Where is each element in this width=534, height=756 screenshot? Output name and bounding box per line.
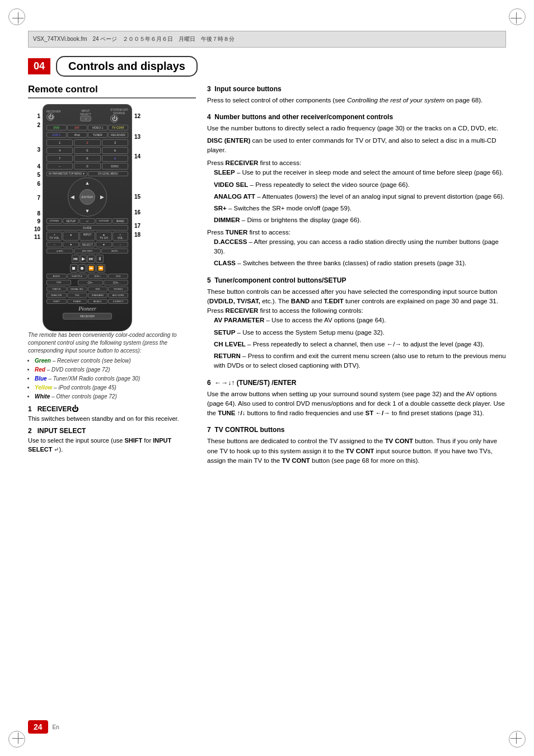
srv-info-btn[interactable]: SRV INFO bbox=[74, 248, 101, 253]
receiver-btn[interactable]: RECEIVER bbox=[108, 132, 128, 138]
sdirect-btn[interactable]: S.DIRECT bbox=[108, 299, 128, 304]
tvvol-up-btn[interactable]: +TV VOL bbox=[46, 232, 62, 241]
source-power-btn[interactable]: ⏻ bbox=[110, 115, 118, 123]
num6-btn[interactable]: 6 bbox=[102, 147, 128, 154]
section7-title: 7 TV CONTROL buttons bbox=[207, 425, 506, 435]
tv-select-btn[interactable]: SELECT bbox=[79, 242, 95, 247]
tv-dn-btn[interactable]: ▼ bbox=[63, 242, 78, 247]
sat-btn[interactable]: SAT bbox=[67, 125, 87, 130]
subtitle-btn[interactable]: SUBTITLE bbox=[67, 274, 87, 279]
label-5: 5 bbox=[28, 170, 41, 179]
setup-btn[interactable]: SETUP bbox=[63, 218, 78, 224]
rec2-btn[interactable]: ⏺ bbox=[78, 264, 86, 273]
avparam-btn[interactable]: AV PARAMETER TOP MENU ▼ bbox=[46, 171, 87, 176]
signal-sel-btn[interactable]: SIGNAL SEL bbox=[67, 287, 87, 292]
rec-btn[interactable]: ● REC bbox=[46, 248, 73, 253]
audio-btn[interactable]: AUDIO bbox=[46, 274, 67, 279]
num-disc-btn[interactable]: DISC bbox=[102, 163, 128, 170]
num5-btn[interactable]: 5 bbox=[74, 147, 100, 154]
outchbs-btn[interactable]: OUT/CBS bbox=[96, 218, 111, 224]
color-yellow-text: – iPod controls (page 45) bbox=[54, 384, 116, 391]
num4-btn[interactable]: 4 bbox=[46, 147, 73, 154]
return-btn[interactable]: ↩ bbox=[79, 218, 95, 224]
stop-btn[interactable]: ⏹ bbox=[70, 264, 78, 273]
num8-btn[interactable]: 8 bbox=[74, 155, 100, 162]
vol-up-btn[interactable]: +VOL bbox=[113, 232, 128, 241]
read-dir-btn[interactable]: READ DIR bbox=[46, 293, 67, 298]
rlabel-spacer-d bbox=[133, 200, 147, 208]
nav-left-btn[interactable]: ◀ bbox=[71, 194, 74, 200]
tuner-btn[interactable]: TUNER bbox=[88, 132, 108, 138]
tvch-dn-btn[interactable]: ▼ bbox=[96, 242, 111, 247]
label-3: 3 bbox=[28, 145, 41, 153]
dvd-btn2[interactable]: DVD bbox=[108, 274, 128, 279]
stereo-btn[interactable]: STEREO bbox=[108, 287, 128, 292]
color-blue-label: Blue bbox=[35, 375, 47, 382]
color-item-green: Green – Receiver controls (see below) bbox=[35, 357, 196, 365]
prev-btn[interactable]: ⏮ bbox=[72, 255, 79, 263]
fwd-btn[interactable]: ⏩ bbox=[87, 264, 96, 273]
label-spacer-a bbox=[28, 129, 41, 145]
nav-up-btn[interactable]: ▲ bbox=[85, 180, 90, 186]
ch-minus-btn[interactable]: CH– bbox=[78, 280, 102, 285]
tvvol-dn-btn[interactable]: – bbox=[46, 242, 62, 247]
nav-right-btn[interactable]: ▶ bbox=[100, 194, 104, 200]
rev-btn[interactable]: ⏪ bbox=[96, 264, 105, 273]
input-select-btn[interactable]: ⤶ bbox=[80, 116, 91, 121]
receiver-power-btn[interactable]: ⏻ bbox=[46, 113, 54, 121]
num2-btn[interactable]: 2 bbox=[74, 139, 100, 146]
num-minus-btn[interactable]: – bbox=[46, 163, 73, 170]
read-dir-row: READ DIR THX STANDARD ADV SURR bbox=[46, 293, 128, 298]
mute-btn[interactable]: MUTE bbox=[101, 248, 128, 253]
video1-btn[interactable]: VIDEO 1 bbox=[88, 125, 108, 130]
section-5: 5 Tuner/component control buttons/SETUP … bbox=[207, 275, 506, 371]
num3-btn[interactable]: 3 bbox=[102, 139, 128, 146]
num9-btn[interactable]: 9 bbox=[102, 155, 128, 162]
guide-btn[interactable]: GUIDE bbox=[46, 225, 128, 231]
tv-up-btn[interactable]: ▲ bbox=[63, 232, 78, 241]
section-3: 3 Input source buttons Press to select c… bbox=[207, 84, 506, 105]
remote-diagram: 1 2 3 4 5 6 7 8 9 10 11 bbox=[28, 104, 196, 331]
phase-btn[interactable]: PHASE bbox=[67, 299, 87, 304]
tv-control-row2: – ▼ SELECT ▼ – bbox=[46, 242, 128, 247]
band-btn[interactable]: BAND bbox=[113, 218, 128, 224]
disc2-btn[interactable]: DISC+ bbox=[88, 274, 108, 279]
osd-btn[interactable]: OSD bbox=[46, 280, 71, 285]
play-btn[interactable]: ▶ bbox=[80, 255, 87, 263]
audio-row: AUDIO SUBTITLE DISC+ DVD bbox=[46, 274, 128, 279]
mcacc-btn[interactable]: MCACC bbox=[88, 299, 108, 304]
dvbs-btn[interactable]: DVB S bbox=[46, 132, 67, 138]
srs-btn[interactable]: SRS bbox=[88, 287, 108, 292]
section3-title: 3 Input source buttons bbox=[207, 84, 506, 94]
section4-title: 4 Number buttons and other receiver/comp… bbox=[207, 112, 506, 122]
status-btn[interactable]: STATUS bbox=[46, 287, 67, 292]
thx-btn[interactable]: THX bbox=[67, 293, 87, 298]
transport-row2: ⏹ ⏺ ⏩ ⏪ bbox=[46, 264, 128, 273]
ch-plus-btn[interactable]: CH+ bbox=[104, 280, 128, 285]
enter-btn[interactable]: ENTER bbox=[79, 189, 95, 205]
dvd-btn[interactable]: DVD bbox=[46, 125, 67, 130]
pause-btn[interactable]: ⏸ bbox=[96, 255, 104, 263]
item1-title: 1 RECEIVER⏻ bbox=[28, 405, 196, 413]
rlabel-18: 18 bbox=[133, 231, 147, 238]
num7-btn[interactable]: 7 bbox=[46, 155, 73, 162]
color-white-text: – Other controls (page 72) bbox=[51, 393, 117, 400]
standard-btn[interactable]: STANDARD bbox=[88, 293, 108, 298]
chlevel-btn[interactable]: CH LEVEL MENU bbox=[88, 171, 129, 176]
dtvndi-btn[interactable]: DTV/NDI bbox=[46, 218, 62, 224]
label-4: 4 bbox=[28, 162, 41, 170]
ff-btn[interactable]: ⏭ bbox=[87, 255, 95, 263]
nav-down-btn[interactable]: ▼ bbox=[85, 208, 90, 214]
shift-btn[interactable]: SHIFT bbox=[46, 299, 67, 304]
ipad-btn[interactable]: iPod bbox=[67, 132, 87, 138]
rlabel-spacer-e bbox=[133, 216, 147, 222]
vol-dn-btn[interactable]: – bbox=[113, 242, 128, 247]
adv-surr-btn[interactable]: ADV SURR bbox=[108, 293, 128, 298]
num1-btn[interactable]: 1 bbox=[46, 139, 73, 146]
input-btn[interactable]: INPUT bbox=[79, 232, 95, 241]
tvcont-btn[interactable]: TV CONT bbox=[108, 125, 128, 130]
receiver-bottom-label[interactable]: RECEIVER bbox=[63, 313, 112, 320]
tvch-up-btn[interactable]: ▲TV CH bbox=[96, 232, 111, 241]
num0-btn[interactable]: 0 bbox=[74, 163, 100, 170]
rlabel-15: 15 bbox=[133, 192, 147, 200]
